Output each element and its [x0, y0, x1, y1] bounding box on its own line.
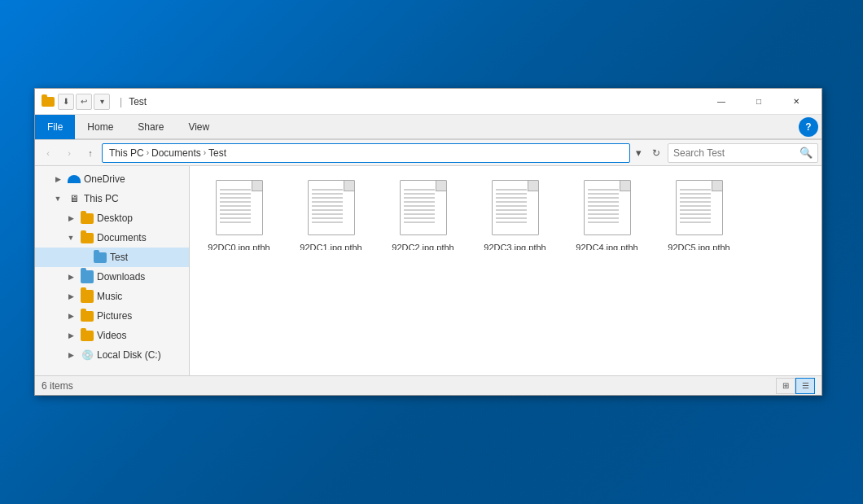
file-name-file-4: 92DC4.jpg.pthh: [576, 242, 637, 250]
path-segment-documents: Documents: [151, 147, 201, 159]
file-icon-file-0: [213, 180, 265, 239]
status-bar: 6 items ⊞ ☰: [35, 375, 821, 395]
expand-icon-thispc: ▼: [51, 192, 64, 205]
file-name-file-1: 92DC1.jpg.pthh: [300, 242, 361, 250]
item-count: 6 items: [42, 380, 776, 392]
search-icon[interactable]: 🔍: [799, 147, 813, 159]
sidebar-label-test: Test: [110, 252, 128, 263]
tab-home[interactable]: Home: [75, 115, 125, 139]
sidebar-label-localdisk: Local Disk (C:): [97, 349, 161, 361]
help-button[interactable]: ?: [799, 117, 818, 137]
up-button[interactable]: ↑: [81, 143, 100, 163]
expand-icon-test: [77, 251, 90, 264]
file-explorer-window: ⬇ ↩ ▾ | Test — □ ✕ File Home Share View …: [34, 88, 822, 396]
view-buttons: ⊞ ☰: [776, 378, 815, 394]
file-icon-page-file-5: [676, 180, 723, 235]
sidebar-label-videos: Videos: [97, 330, 126, 341]
file-icon-page-file-4: [584, 180, 631, 235]
tab-share[interactable]: Share: [125, 115, 176, 139]
path-chevron-1: ›: [147, 148, 149, 157]
expand-icon-localdisk: ▶: [64, 348, 77, 362]
expand-icon-downloads: ▶: [64, 270, 77, 283]
refresh-button[interactable]: ↻: [646, 143, 666, 163]
file-icon-page-file-2: [400, 180, 447, 235]
sidebar-item-videos[interactable]: ▶ Videos: [35, 326, 189, 345]
path-segment-thispc: This PC: [109, 147, 144, 159]
address-bar: ‹ › ↑ This PC › Documents › Test ▾ ↻ 🔍: [35, 140, 821, 166]
file-name-file-5: 92DC5.jpg.pthh: [668, 242, 729, 250]
file-item-file-0[interactable]: 92DC0.jpg.pthh: [196, 173, 282, 254]
search-input[interactable]: [673, 147, 799, 159]
file-icon-page-file-1: [308, 180, 355, 235]
music-folder-icon: [81, 290, 94, 303]
file-icon-file-1: [305, 180, 357, 239]
file-item-file-5[interactable]: 92DC5.jpg.pthh: [656, 173, 742, 254]
quick-access-toolbar: ⬇ ↩ ▾: [58, 94, 110, 110]
address-dropdown-button[interactable]: ▾: [632, 143, 645, 163]
file-name-file-3: 92DC3.jpg.pthh: [484, 242, 545, 250]
quick-access-btn-2[interactable]: ↩: [76, 94, 92, 110]
address-path[interactable]: This PC › Documents › Test: [102, 143, 630, 163]
quick-access-btn-1[interactable]: ⬇: [58, 94, 74, 110]
minimize-button[interactable]: —: [703, 89, 740, 115]
window-controls: — □ ✕: [703, 89, 815, 115]
sidebar-item-thispc[interactable]: ▼ 🖥 This PC: [35, 189, 189, 208]
ribbon: File Home Share View ?: [35, 115, 821, 140]
pictures-folder-icon: [81, 311, 94, 322]
sidebar-item-desktop[interactable]: ▶ Desktop: [35, 208, 189, 228]
tab-view[interactable]: View: [176, 115, 221, 139]
forward-button[interactable]: ›: [59, 143, 79, 163]
ribbon-tabs: File Home Share View ?: [35, 115, 821, 139]
search-box[interactable]: 🔍: [668, 143, 818, 163]
file-item-file-2[interactable]: 92DC2.jpg.pthh: [380, 173, 466, 254]
disk-icon: 💿: [81, 348, 94, 362]
file-item-file-1[interactable]: 92DC1.jpg.pthh: [288, 173, 374, 254]
sidebar-label-desktop: Desktop: [97, 213, 133, 224]
expand-icon-videos: ▶: [64, 329, 77, 342]
onedrive-icon: [68, 175, 81, 183]
expand-icon-music: ▶: [64, 290, 77, 303]
downloads-folder-icon: [81, 270, 94, 283]
file-icon-page-file-0: [216, 180, 263, 235]
path-chevron-2: ›: [204, 148, 206, 157]
window-title: Test: [129, 96, 703, 107]
sidebar-item-test[interactable]: Test: [35, 248, 189, 267]
sidebar-item-music[interactable]: ▶ Music: [35, 287, 189, 306]
file-name-file-2: 92DC2.jpg.pthh: [392, 242, 453, 250]
videos-folder-icon: [81, 331, 94, 341]
view-large-icons-button[interactable]: ☰: [795, 378, 815, 394]
file-item-file-3[interactable]: 92DC3.jpg.pthh: [472, 173, 558, 254]
file-icon-page-file-3: [492, 180, 539, 235]
documents-folder-icon: [81, 233, 94, 243]
close-button[interactable]: ✕: [778, 89, 815, 115]
sidebar-label-pictures: Pictures: [97, 310, 132, 322]
expand-icon-desktop: ▶: [64, 212, 77, 225]
desktop-folder-icon: [81, 213, 94, 224]
title-icon: [42, 95, 55, 108]
file-icon-file-5: [673, 180, 725, 239]
expand-icon-documents: ▼: [64, 231, 77, 244]
file-item-file-4[interactable]: 92DC4.jpg.pthh: [564, 173, 650, 254]
sidebar-item-localdisk[interactable]: ▶ 💿 Local Disk (C:): [35, 345, 189, 365]
main-area: ▶ OneDrive ▼ 🖥 This PC ▶ Desktop ▼ Docum…: [35, 166, 821, 375]
tab-file[interactable]: File: [35, 115, 75, 139]
back-button[interactable]: ‹: [38, 143, 58, 163]
maximize-button[interactable]: □: [740, 89, 778, 115]
pc-icon: 🖥: [68, 192, 81, 205]
expand-icon-onedrive: ▶: [51, 173, 64, 186]
sidebar-item-pictures[interactable]: ▶ Pictures: [35, 306, 189, 326]
sidebar-label-documents: Documents: [97, 232, 147, 243]
file-icon-file-2: [397, 180, 449, 239]
sidebar: ▶ OneDrive ▼ 🖥 This PC ▶ Desktop ▼ Docum…: [35, 166, 190, 375]
quick-access-btn-3[interactable]: ▾: [94, 94, 110, 110]
file-icon-file-3: [489, 180, 541, 239]
sidebar-item-documents[interactable]: ▼ Documents: [35, 228, 189, 248]
sidebar-label-thispc: This PC: [84, 193, 119, 204]
sidebar-item-downloads[interactable]: ▶ Downloads: [35, 267, 189, 287]
folder-icon: [42, 97, 55, 107]
path-segment-test: Test: [208, 147, 226, 159]
view-details-button[interactable]: ⊞: [776, 378, 795, 394]
sidebar-item-onedrive[interactable]: ▶ OneDrive: [35, 169, 189, 189]
sidebar-label-downloads: Downloads: [97, 271, 145, 283]
file-area: 92DC0.jpg.pthh92DC1.jpg.pthh92DC2.jpg.pt…: [190, 166, 821, 375]
